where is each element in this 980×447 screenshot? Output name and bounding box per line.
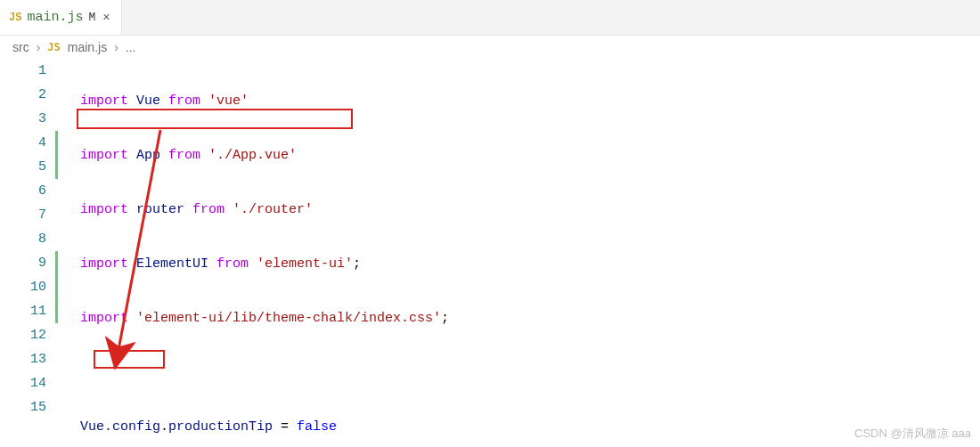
modified-marker [55,251,58,323]
js-file-icon: JS [9,12,21,24]
line-number: 8 [0,227,46,251]
line-number: 10 [0,275,46,299]
js-file-icon: JS [47,41,60,53]
line-number: 15 [0,395,46,419]
close-icon[interactable]: × [101,11,111,25]
breadcrumb-segment[interactable]: src [12,40,29,54]
code-line[interactable] [80,361,449,385]
line-number: 2 [0,83,46,107]
modified-marker [55,131,58,179]
breadcrumb-segment[interactable]: ... [126,40,136,54]
line-number: 9 [0,251,46,275]
code-line[interactable]: import router from './router' [80,198,449,222]
code-line[interactable]: import App from './App.vue' [80,143,449,167]
line-number: 13 [0,347,46,371]
code-line[interactable]: import 'element-ui/lib/theme-chalk/index… [80,306,449,330]
code-line[interactable]: Vue.config.productionTip = false [80,415,449,439]
line-number: 5 [0,155,46,179]
code-editor[interactable]: 1 2 3 4 5 6 7 8 9 10 11 12 13 14 15 impo… [0,59,980,447]
line-number: 1 [0,59,46,83]
line-number: 12 [0,323,46,347]
code-line[interactable]: import Vue from 'vue' [80,89,449,113]
line-number-gutter: 1 2 3 4 5 6 7 8 9 10 11 12 13 14 15 [0,59,55,447]
editor-tab[interactable]: JS main.js M × [0,0,122,35]
chevron-right-icon: › [37,40,41,54]
tab-filename: main.js [27,10,83,25]
tab-bar: JS main.js M × [0,0,980,36]
watermark: CSDN @清风微凉 aaa [854,426,971,442]
line-number: 14 [0,371,46,395]
line-number: 11 [0,299,46,323]
breadcrumb-segment[interactable]: main.js [68,40,107,54]
line-number: 6 [0,179,46,203]
line-number: 7 [0,203,46,227]
tab-modified-indicator: M [88,11,95,24]
breadcrumb[interactable]: src › JS main.js › ... [0,36,980,59]
code-line[interactable]: import ElementUI from 'element-ui'; [80,252,449,276]
chevron-right-icon: › [114,40,118,54]
code-content[interactable]: import Vue from 'vue' import App from '.… [61,59,449,447]
line-number: 3 [0,107,46,131]
modification-bar [55,59,61,447]
line-number: 4 [0,131,46,155]
